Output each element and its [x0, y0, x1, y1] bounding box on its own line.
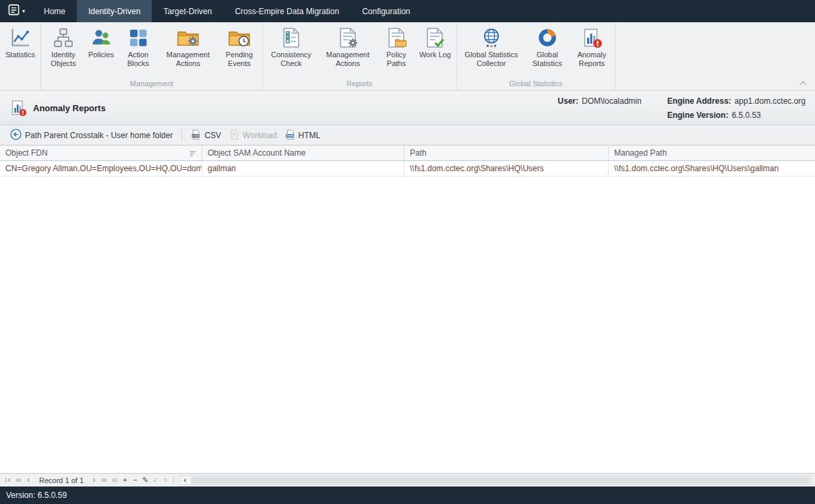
- previous-record-button: [23, 475, 33, 486]
- cancel-edit-button: ×: [160, 475, 171, 486]
- engine-address-info: Engine Address: app1.dom.cctec.org: [667, 96, 806, 106]
- report-grid: Object FDN Object SAM Account Name Path …: [0, 146, 815, 473]
- folder-clock-icon: [229, 26, 250, 50]
- app-menu-button[interactable]: ▾: [0, 0, 32, 22]
- menu-tabs: Home Identity-Driven Target-Driven Cross…: [32, 0, 422, 22]
- ribbon-button-global-statistics-collector[interactable]: Global Statistics Collector: [458, 24, 524, 68]
- previous-page-button: [13, 475, 23, 486]
- menu-tab-target-driven[interactable]: Target-Driven: [152, 0, 223, 22]
- engine-version-info: Engine Version: 6.5.0.53: [667, 111, 806, 120]
- engine-version-label: Engine Version:: [667, 111, 729, 120]
- ribbon-group-label-management: Management: [42, 79, 261, 90]
- csv-file-icon: CSV: [191, 129, 201, 141]
- ribbon-button-pending-events[interactable]: Pending Events: [218, 24, 261, 68]
- ribbon-button-label: Identity Objects: [47, 51, 80, 68]
- chevron-up-icon: [799, 81, 806, 88]
- ribbon-button-label: Pending Events: [222, 51, 257, 68]
- navigator-separator: [173, 476, 174, 484]
- export-workload-label: Workload: [243, 131, 276, 140]
- engine-address-value: app1.dom.cctec.org: [735, 96, 806, 106]
- ribbon-button-label: Work Log: [419, 51, 451, 59]
- doc-check-icon: [424, 26, 446, 50]
- ribbon-button-label: Action Blocks: [122, 51, 154, 68]
- cell-sam-account-name: gallman: [202, 161, 404, 176]
- ribbon-section-management: Identity Objects Policies Action Blocks: [41, 22, 263, 90]
- edit-record-button[interactable]: ✎: [140, 475, 150, 486]
- ribbon-button-label: Policies: [88, 51, 114, 59]
- column-header-path[interactable]: Path: [404, 146, 609, 160]
- svg-text:HTM: HTM: [286, 135, 293, 137]
- ribbon-collapse-button[interactable]: [797, 79, 808, 87]
- column-header-label: Path: [410, 148, 427, 158]
- ribbon-button-management-actions-report[interactable]: Management Actions: [318, 24, 378, 68]
- ribbon-button-work-log[interactable]: Work Log: [415, 24, 455, 59]
- user-info: User: DOM\localadmin: [557, 96, 641, 106]
- ribbon-button-consistency-check[interactable]: Consistency Check: [264, 24, 318, 68]
- user-value: DOM\localadmin: [582, 96, 642, 106]
- chevron-down-icon: ▾: [22, 9, 25, 14]
- report-toolbar: Path Parent Crosstalk - User home folder…: [0, 125, 815, 146]
- column-header-object-fdn[interactable]: Object FDN: [0, 146, 202, 160]
- scrollbar-thumb[interactable]: [191, 476, 810, 484]
- doc-gear-icon: [337, 26, 359, 50]
- ribbon-button-policies[interactable]: Policies: [84, 24, 118, 59]
- status-bar: Version: 6.5.0.59: [0, 486, 815, 504]
- record-count-text: Record 1 of 1: [39, 476, 84, 484]
- menu-tab-home[interactable]: Home: [32, 0, 77, 22]
- ribbon-section-statistics: Statistics: [0, 22, 41, 90]
- engine-address-label: Engine Address:: [667, 96, 731, 106]
- column-header-label: Object FDN: [5, 148, 48, 158]
- export-html-label: HTML: [299, 131, 321, 140]
- record-navigator: Record 1 of 1 + − ✎ ✓ ×: [0, 473, 815, 486]
- ribbon-button-label: Global Statistics: [529, 51, 566, 68]
- ribbon-button-identity-objects[interactable]: Identity Objects: [42, 24, 84, 68]
- export-csv-button[interactable]: CSV CSV: [187, 127, 225, 144]
- report-menu-icon: [7, 3, 20, 19]
- ribbon-button-label: Management Actions: [162, 51, 214, 68]
- doc-checklist-icon: [280, 26, 302, 50]
- first-record-button: [3, 475, 13, 486]
- ribbon-button-action-blocks[interactable]: Action Blocks: [118, 24, 158, 68]
- column-header-managed-path[interactable]: Managed Path: [609, 146, 815, 160]
- next-page-button: [100, 475, 110, 486]
- menu-tab-cross-empire-data-migration[interactable]: Cross-Empire Data Migration: [223, 0, 351, 22]
- menu-tab-configuration[interactable]: Configuration: [351, 0, 421, 22]
- ribbon-button-label: Management Actions: [322, 51, 373, 68]
- ribbon-button-label: Consistency Check: [268, 51, 314, 68]
- ribbon-button-management-actions[interactable]: Management Actions: [158, 24, 218, 68]
- cell-path: \\fs1.dom.cctec.org\Shares\HQ\Users: [404, 161, 609, 176]
- scroll-left-arrow-icon[interactable]: [180, 478, 189, 483]
- export-csv-label: CSV: [204, 131, 221, 140]
- action-blocks-icon: [127, 26, 149, 50]
- ribbon-button-label: Statistics: [5, 51, 35, 59]
- identity-objects-icon: [53, 26, 74, 50]
- engine-version-value: 6.5.0.53: [731, 111, 760, 120]
- svg-text:CSV: CSV: [193, 134, 200, 137]
- horizontal-scrollbar[interactable]: [179, 475, 812, 485]
- export-workload-button: Workload: [225, 127, 280, 144]
- table-row[interactable]: CN=Gregory Allman,OU=Employees,OU=HQ,OU=…: [0, 161, 815, 177]
- ribbon-button-global-statistics[interactable]: Global Statistics: [524, 24, 570, 68]
- end-edit-button: ✓: [150, 475, 160, 486]
- ribbon-button-label: Policy Paths: [382, 51, 411, 68]
- export-html-button[interactable]: HTM HTML: [281, 127, 325, 144]
- ribbon-group-label-global-statistics: Global Statistics: [458, 79, 613, 90]
- folder-gear-icon: [177, 26, 199, 50]
- top-menu-bar: ▾ Home Identity-Driven Target-Driven Cro…: [0, 0, 815, 22]
- ribbon-button-anomaly-reports[interactable]: Anomaly Reports: [570, 24, 613, 68]
- app-window: ▾ Home Identity-Driven Target-Driven Cro…: [0, 0, 815, 504]
- ribbon-button-statistics[interactable]: Statistics: [1, 24, 39, 59]
- menu-tab-identity-driven[interactable]: Identity-Driven: [77, 0, 152, 22]
- last-record-button: [110, 475, 120, 486]
- delete-record-button[interactable]: −: [130, 475, 140, 486]
- back-arrow-icon: [10, 129, 22, 142]
- report-breadcrumb-label: Path Parent Crosstalk - User home folder: [25, 131, 173, 140]
- append-record-button[interactable]: +: [120, 475, 130, 486]
- user-label: User:: [557, 96, 578, 106]
- ribbon-button-policy-paths[interactable]: Policy Paths: [378, 24, 415, 68]
- back-button[interactable]: Path Parent Crosstalk - User home folder: [6, 127, 177, 144]
- title-band: Anomaly Reports User: DOM\localadmin Eng…: [0, 91, 815, 125]
- ribbon-group-label: [1, 79, 39, 90]
- cell-managed-path: \\fs1.dom.cctec.org\Shares\HQ\Users\gall…: [609, 161, 815, 176]
- column-header-object-sam-account-name[interactable]: Object SAM Account Name: [202, 146, 404, 160]
